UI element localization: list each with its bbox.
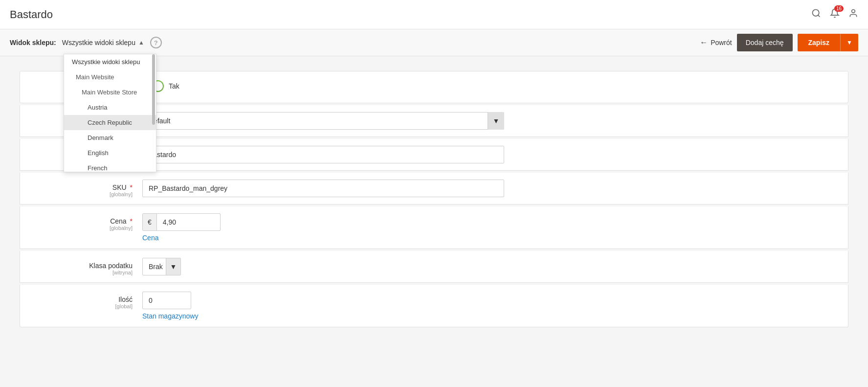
save-button-group: Zapisz ▼ bbox=[798, 34, 858, 51]
user-icon[interactable] bbox=[848, 8, 858, 21]
toolbar-right: ← Powrót Dodaj cechę Zapisz ▼ bbox=[700, 34, 858, 51]
header: Bastardo 16 bbox=[0, 0, 868, 29]
dropdown-item-czech-republic[interactable]: Czech Republic bbox=[64, 115, 156, 130]
dropdown-item-austria[interactable]: Austria bbox=[64, 100, 156, 115]
store-view-dropdown[interactable]: Wszystkie widoki sklepu ▲ bbox=[62, 39, 144, 46]
store-view-selected-value: Wszystkie widoki sklepu bbox=[62, 39, 135, 46]
store-view-dropdown-menu: Wszystkie widoki sklepu Main Website Mai… bbox=[64, 54, 156, 172]
help-icon[interactable]: ? bbox=[150, 37, 162, 48]
notification-count: 16 bbox=[834, 5, 844, 12]
quantity-input[interactable] bbox=[142, 292, 191, 309]
sku-row: SKU * [globalny] bbox=[20, 173, 848, 205]
notification-icon[interactable]: 16 bbox=[830, 8, 840, 21]
enabled-control: Tak bbox=[142, 78, 833, 92]
toolbar: Widok sklepu: Wszystkie widoki sklepu ▲ … bbox=[0, 29, 868, 56]
sku-input[interactable] bbox=[142, 180, 504, 197]
scrollbar-indicator bbox=[152, 54, 155, 125]
tax-select[interactable]: Brak bbox=[143, 258, 180, 275]
header-icons: 16 bbox=[811, 8, 858, 21]
save-button[interactable]: Zapisz bbox=[798, 34, 841, 51]
app-logo: Bastardo bbox=[10, 8, 811, 21]
quantity-row: Ilość [global] Stan magazynowy bbox=[20, 285, 848, 327]
attribute-set-select-wrap: Default ▼ bbox=[142, 112, 504, 130]
tax-label: Klasa podatku [witryna] bbox=[35, 258, 142, 275]
dropdown-item-denmark[interactable]: Denmark bbox=[64, 130, 156, 145]
price-label: Cena * [globalny] bbox=[35, 213, 142, 231]
price-link[interactable]: Cena bbox=[142, 234, 833, 242]
svg-point-2 bbox=[852, 10, 855, 13]
attribute-set-control: Default ▼ bbox=[142, 112, 833, 130]
tax-select-wrap: Brak ▼ bbox=[142, 258, 181, 275]
product-name-control bbox=[142, 146, 833, 163]
quantity-label: Ilość [global] bbox=[35, 292, 142, 309]
svg-point-0 bbox=[813, 10, 819, 16]
add-attribute-button[interactable]: Dodaj cechę bbox=[737, 34, 793, 51]
chevron-up-icon: ▲ bbox=[138, 39, 144, 46]
back-button[interactable]: ← Powrót bbox=[700, 38, 732, 47]
stock-link[interactable]: Stan magazynowy bbox=[142, 312, 833, 320]
price-currency: € bbox=[143, 214, 157, 230]
enabled-value: Tak bbox=[169, 82, 179, 90]
sku-label: SKU * [globalny] bbox=[35, 180, 142, 197]
tax-row: Klasa podatku [witryna] Brak ▼ bbox=[20, 251, 848, 283]
svg-line-1 bbox=[818, 15, 820, 17]
sku-required: * bbox=[130, 183, 133, 191]
enabled-toggle-wrap: Tak bbox=[142, 78, 833, 92]
tax-sublabel: [witryna] bbox=[35, 270, 133, 275]
dropdown-item-main-website-store[interactable]: Main Website Store bbox=[64, 85, 156, 100]
product-name-input[interactable] bbox=[142, 146, 504, 163]
price-input-wrap: € bbox=[142, 213, 221, 231]
dropdown-scroll-area[interactable]: Wszystkie widoki sklepu Main Website Mai… bbox=[64, 54, 156, 172]
back-label: Powrót bbox=[711, 39, 732, 46]
price-control: € Cena bbox=[142, 213, 833, 242]
sku-control bbox=[142, 180, 833, 197]
arrow-left-icon: ← bbox=[700, 38, 708, 47]
price-row: Cena * [globalny] € Cena bbox=[20, 206, 848, 249]
tax-control: Brak ▼ bbox=[142, 258, 833, 275]
search-icon[interactable] bbox=[811, 8, 821, 21]
attribute-set-select[interactable]: Default bbox=[142, 112, 504, 130]
dropdown-item-english[interactable]: English bbox=[64, 145, 156, 160]
dropdown-item-french[interactable]: French bbox=[64, 160, 156, 172]
save-dropdown-button[interactable]: ▼ bbox=[840, 34, 858, 51]
price-required: * bbox=[130, 217, 133, 225]
price-sublabel: [globalny] bbox=[35, 225, 133, 231]
dropdown-item-all[interactable]: Wszystkie widoki sklepu bbox=[64, 54, 156, 69]
dropdown-item-main-website[interactable]: Main Website bbox=[64, 69, 156, 85]
store-view-label: Widok sklepu: bbox=[10, 39, 56, 46]
price-input[interactable] bbox=[157, 214, 206, 230]
quantity-sublabel: [global] bbox=[35, 303, 133, 309]
sku-sublabel: [globalny] bbox=[35, 191, 133, 197]
quantity-control: Stan magazynowy bbox=[142, 292, 833, 320]
